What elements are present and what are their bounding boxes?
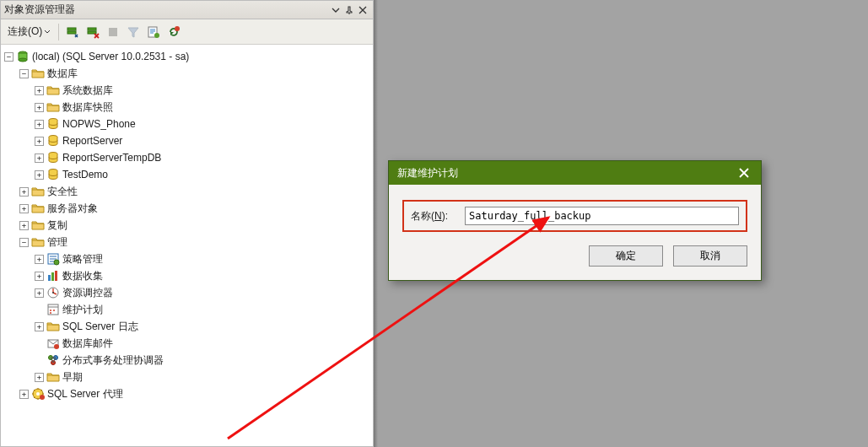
tree-item[interactable]: +分布式事务处理协调器 <box>31 352 373 369</box>
stop-icon <box>104 23 122 41</box>
expander-icon[interactable]: + <box>35 170 44 180</box>
tree-item-label: 维护计划 <box>62 303 103 317</box>
folder-icon <box>31 202 45 215</box>
database-icon <box>46 117 60 131</box>
panel-close-icon[interactable] <box>356 3 369 17</box>
name-input[interactable] <box>465 207 739 225</box>
tree-server[interactable]: − (local) (SQL Server 10.0.2531 - sa) <box>1 48 373 65</box>
expander-icon[interactable]: + <box>35 120 44 129</box>
folder-icon <box>46 320 60 333</box>
tree-item[interactable]: +资源调控器 <box>31 284 373 301</box>
database-icon <box>46 168 60 181</box>
server-icon <box>16 50 30 63</box>
dialog-title: 新建维护计划 <box>397 166 727 180</box>
tree-item[interactable]: +ReportServer <box>31 132 373 149</box>
expander-icon[interactable]: − <box>4 52 13 62</box>
connect-server-icon[interactable] <box>63 23 82 41</box>
refresh-icon[interactable] <box>164 23 183 41</box>
tree-item-label: 策略管理 <box>62 252 103 267</box>
governor-icon <box>46 286 60 299</box>
folder-icon <box>31 235 45 249</box>
tree-databases[interactable]: − 数据库 <box>16 65 373 82</box>
tree-item[interactable]: +数据库邮件 <box>31 335 373 352</box>
expander-icon[interactable]: + <box>19 221 29 230</box>
filter-icon <box>124 23 143 41</box>
folder-icon <box>46 370 60 384</box>
tree-item-label: 数据库邮件 <box>62 337 113 351</box>
tree-item-label: 复制 <box>47 218 67 233</box>
tree-item[interactable]: +维护计划 <box>31 301 373 318</box>
tree-item[interactable]: +TestDemo <box>31 166 373 183</box>
server-label: (local) (SQL Server 10.0.2531 - sa) <box>32 51 189 62</box>
tree-item-label: 资源调控器 <box>62 286 113 300</box>
ok-button[interactable]: 确定 <box>589 245 663 267</box>
tree-item[interactable]: +NOPWS_Phone <box>31 116 373 132</box>
toolbar: 连接(O) <box>1 19 373 45</box>
collect-icon <box>46 269 60 283</box>
tree-item[interactable]: +服务器对象 <box>16 200 373 217</box>
panel-menu-chevron-icon[interactable] <box>329 3 342 17</box>
expander-icon[interactable]: + <box>35 373 44 382</box>
management-label: 管理 <box>47 235 67 250</box>
databases-label: 数据库 <box>47 67 78 81</box>
agent-icon <box>31 387 45 401</box>
expander-icon[interactable]: + <box>35 322 44 331</box>
expander-icon[interactable]: + <box>35 255 44 264</box>
toolbar-separator <box>58 24 59 40</box>
tree-item[interactable]: +ReportServerTempDB <box>31 149 373 166</box>
expander-icon[interactable]: + <box>35 288 44 298</box>
script-icon[interactable] <box>144 23 163 41</box>
tree-item-label: SQL Server 日志 <box>62 320 138 334</box>
tree-item[interactable]: +数据库快照 <box>31 99 373 116</box>
tree-item[interactable]: +策略管理 <box>31 250 373 267</box>
tree-item-label: 服务器对象 <box>47 202 98 216</box>
dialog-button-row: 确定 取消 <box>402 245 747 267</box>
mail-icon <box>46 337 60 350</box>
expander-icon[interactable]: + <box>35 153 44 163</box>
panel-title: 对象资源管理器 <box>4 3 329 17</box>
tree-item-label: ReportServer <box>62 135 122 147</box>
object-explorer-panel: 对象资源管理器 连接(O) − (local) (SQL Server 10.0… <box>0 0 374 447</box>
expander-icon[interactable]: − <box>19 69 29 78</box>
expander-icon[interactable]: − <box>19 238 29 247</box>
expander-icon[interactable]: + <box>35 86 44 95</box>
database-icon <box>46 151 60 164</box>
tree-item-label: 数据库快照 <box>62 100 113 115</box>
dialog-titlebar[interactable]: 新建维护计划 <box>389 161 761 185</box>
policy-icon <box>46 252 60 266</box>
expander-icon[interactable]: + <box>19 390 29 399</box>
tree-item-label: TestDemo <box>62 169 108 180</box>
tree-item[interactable]: +系统数据库 <box>31 82 373 99</box>
name-field-row: 名称(N): <box>402 200 747 232</box>
tree-item-label: 系统数据库 <box>62 83 113 98</box>
tree[interactable]: − (local) (SQL Server 10.0.2531 - sa) − … <box>1 45 373 446</box>
tree-item[interactable]: +安全性 <box>16 183 373 200</box>
tree-item-label: 分布式事务处理协调器 <box>62 353 164 368</box>
tree-item[interactable]: +SQL Server 日志 <box>31 318 373 335</box>
expander-icon[interactable]: + <box>19 204 29 213</box>
connect-dropdown[interactable]: 连接(O) <box>4 23 54 40</box>
expander-icon[interactable]: + <box>35 103 44 112</box>
disconnect-server-icon[interactable] <box>84 23 102 41</box>
tree-item-label: ReportServerTempDB <box>62 152 161 164</box>
tree-item-label: 早期 <box>62 370 83 385</box>
tree-sql-agent[interactable]: + SQL Server 代理 <box>16 385 373 402</box>
tree-item-label: NOPWS_Phone <box>62 118 136 130</box>
connect-label: 连接(O) <box>8 24 42 39</box>
expander-icon[interactable]: + <box>19 187 29 197</box>
panel-pin-icon[interactable] <box>342 3 356 17</box>
tree-item[interactable]: +复制 <box>16 217 373 234</box>
cancel-button[interactable]: 取消 <box>673 245 747 267</box>
tree-item-label: 数据收集 <box>62 269 103 283</box>
database-icon <box>46 134 60 148</box>
expander-icon[interactable]: + <box>35 272 44 281</box>
tree-item[interactable]: +早期 <box>31 369 373 385</box>
folder-icon <box>31 67 45 80</box>
tree-item[interactable]: +数据收集 <box>31 267 373 284</box>
tree-item-label: 安全性 <box>47 185 78 199</box>
dialog-body: 名称(N): 确定 取消 <box>389 185 761 280</box>
dialog-close-button[interactable] <box>727 161 761 185</box>
tree-management[interactable]: − 管理 <box>16 234 373 250</box>
panel-header: 对象资源管理器 <box>1 1 373 19</box>
expander-icon[interactable]: + <box>35 137 44 146</box>
